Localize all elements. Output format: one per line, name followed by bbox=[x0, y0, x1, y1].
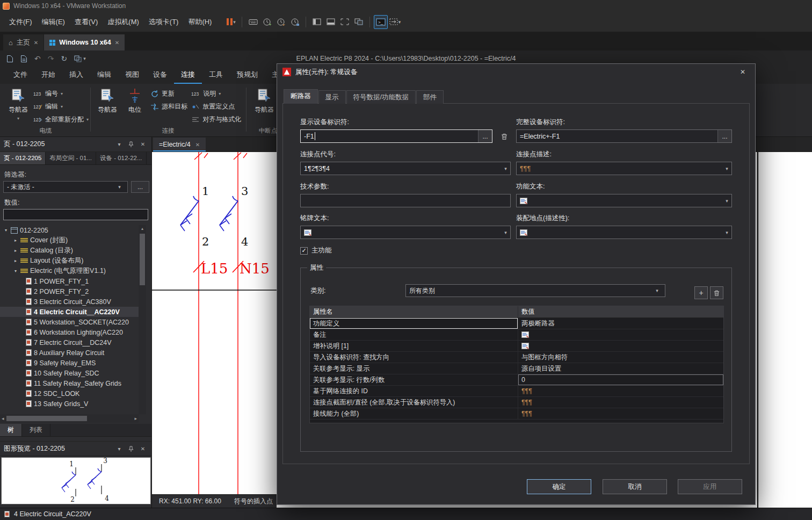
tab-vm-windows10[interactable]: Windows 10 x64 ✕ bbox=[44, 34, 125, 50]
menu-file[interactable]: 文件(F) bbox=[4, 15, 37, 30]
dropdown-arrow-icon[interactable]: ▾ bbox=[115, 184, 124, 190]
menu-help[interactable]: 帮助(H) bbox=[183, 15, 216, 30]
panel-tab-pages[interactable]: 页 - 012-2205 bbox=[0, 152, 46, 164]
console-view-button[interactable]: >_ bbox=[374, 15, 388, 29]
place-definition-point-button[interactable]: 放置定义点 bbox=[191, 102, 244, 111]
ribbon-tab-file[interactable]: 文件 bbox=[6, 66, 34, 84]
tree-item-project[interactable]: ▾ 012-2205 bbox=[0, 225, 139, 235]
filter-combo[interactable]: - 未激活 - ▾ bbox=[3, 181, 128, 193]
editor-tab-close-icon[interactable]: ✕ bbox=[195, 142, 200, 148]
filter-browse-button[interactable]: ... bbox=[131, 181, 149, 193]
scroll-right-icon[interactable]: ▸ bbox=[134, 416, 137, 421]
ok-button[interactable]: 确定 bbox=[527, 479, 591, 494]
panel-menu-icon[interactable]: ▾ bbox=[114, 141, 124, 147]
expander-icon[interactable]: ▾ bbox=[13, 269, 18, 273]
tree-item-page-13[interactable]: 13 Safety Grids_V bbox=[0, 399, 139, 409]
tab-home-close-icon[interactable]: ✕ bbox=[34, 40, 38, 46]
preview-panel-header[interactable]: 图形预览 - 012-2205 ▾ ✕ bbox=[0, 441, 151, 456]
show-library-button[interactable] bbox=[310, 15, 324, 29]
dialog-titlebar[interactable]: 属性(元件): 常规设备 bbox=[277, 64, 755, 80]
show-thumbnail-bar-button[interactable] bbox=[324, 15, 338, 29]
qat-refresh-button[interactable]: ↻ bbox=[61, 54, 67, 63]
menu-vm[interactable]: 虚拟机(M) bbox=[103, 15, 144, 30]
tree-item-page-12[interactable]: 12 SDC_LOOK bbox=[0, 388, 139, 399]
tree-horizontal-scrollbar[interactable]: ◂ ▸ bbox=[0, 414, 139, 423]
dialog-tab-parts[interactable]: 部件 bbox=[416, 90, 444, 104]
tree-item-page-4-selected[interactable]: 4 Electric Circuit__AC220V bbox=[0, 307, 139, 317]
tree-item-page-9[interactable]: 9 Safety Relay_EMS bbox=[0, 358, 139, 368]
panel-close-icon[interactable]: ✕ bbox=[138, 446, 148, 452]
unity-mode-button[interactable] bbox=[352, 15, 366, 29]
graphical-preview[interactable]: 1 3 2 4 bbox=[1, 457, 151, 504]
scroll-left-icon[interactable]: ◂ bbox=[2, 416, 4, 421]
tree-item-layout[interactable]: ▸ Layout (设备布局) bbox=[0, 256, 139, 266]
pages-panel-header[interactable]: 页 - 012-2205 ▾ ✕ bbox=[0, 137, 151, 152]
update-button[interactable]: 更新 bbox=[150, 89, 191, 98]
tree-item-page-5[interactable]: 5 Workstation_SOCKET(AC220 bbox=[0, 317, 139, 327]
tree-item-page-10[interactable]: 10 Safety Relay_SDC bbox=[0, 368, 139, 378]
tree-item-page-1[interactable]: 1 POWER_FTY_1 bbox=[0, 276, 139, 286]
tree-item-page-6[interactable]: 6 Workstation Lighting(AC220 bbox=[0, 327, 139, 337]
expander-icon[interactable]: ▸ bbox=[13, 258, 18, 263]
cable-edit-button[interactable]: 123 编辑 ▾ bbox=[33, 102, 89, 111]
panel-pin-icon[interactable] bbox=[126, 141, 136, 147]
description-button[interactable]: 123 说明 ▾ bbox=[191, 89, 244, 98]
snapshot-manager-button[interactable] bbox=[288, 15, 302, 29]
tree-item-page-11[interactable]: 11 Safety Relay_Safety Grids bbox=[0, 378, 139, 388]
panel-menu-icon[interactable]: ▾ bbox=[114, 446, 124, 452]
ribbon-tab-connection[interactable]: 连接 bbox=[174, 66, 202, 84]
dialog-tab-symbol-data[interactable]: 符号数据/功能数据 bbox=[346, 90, 416, 104]
qat-redo-button[interactable]: ↷ bbox=[48, 54, 54, 63]
qat-layers-caret-icon[interactable]: ▾ bbox=[83, 56, 86, 61]
ribbon-tab-preplanning[interactable]: 预规划 bbox=[230, 66, 265, 84]
align-format-button[interactable]: 对齐与格式化 bbox=[191, 115, 244, 124]
menu-tabs[interactable]: 选项卡(T) bbox=[144, 15, 184, 30]
menu-view[interactable]: 查看(V) bbox=[70, 15, 103, 30]
dialog-tab-breaker[interactable]: 断路器 bbox=[284, 89, 318, 104]
tree-item-electric[interactable]: ▾ Electric (电气原理图V1.1) bbox=[0, 266, 139, 276]
dialog-close-icon[interactable]: ✕ bbox=[735, 66, 751, 78]
pause-vm-button[interactable]: ▾ bbox=[224, 15, 238, 29]
expander-icon[interactable]: ▸ bbox=[13, 238, 18, 243]
scrollbar-thumb[interactable] bbox=[140, 234, 145, 285]
scrollbar-thumb[interactable] bbox=[6, 416, 87, 421]
tab-home[interactable]: ⌂ 主页 ✕ bbox=[3, 34, 44, 50]
apply-button[interactable]: 应用 bbox=[678, 479, 742, 494]
ribbon-tab-insert[interactable]: 插入 bbox=[62, 66, 90, 84]
qat-open-button[interactable] bbox=[20, 55, 27, 63]
panel-tab-layout-space[interactable]: 布局空间 - 01... bbox=[46, 152, 96, 164]
tree-item-page-3[interactable]: 3 Electric Circuit_AC380V bbox=[0, 297, 139, 307]
panel-pin-icon[interactable] bbox=[126, 446, 136, 452]
qat-new-page-button[interactable] bbox=[6, 55, 13, 63]
tree-item-page-8[interactable]: 8 Auxiliary Relay Circuit bbox=[0, 348, 139, 358]
ribbon-tab-device[interactable]: 设备 bbox=[146, 66, 174, 84]
qat-layers-button[interactable]: ▾ bbox=[74, 55, 86, 62]
revert-snapshot-button[interactable] bbox=[274, 15, 288, 29]
ribbon-tab-view[interactable]: 视图 bbox=[118, 66, 146, 84]
tab-tree[interactable]: 树 bbox=[0, 424, 22, 436]
tab-list[interactable]: 列表 bbox=[22, 424, 50, 436]
value-input[interactable] bbox=[3, 209, 148, 220]
tree-item-page-2[interactable]: 2 POWER_FTY_2 bbox=[0, 286, 139, 297]
qat-undo-button[interactable]: ↶ bbox=[34, 54, 41, 63]
menu-edit[interactable]: 编辑(E) bbox=[37, 15, 70, 30]
expander-icon[interactable]: ▸ bbox=[13, 248, 18, 253]
scroll-up-icon[interactable]: ▴ bbox=[141, 226, 143, 231]
send-ctrl-alt-del-button[interactable] bbox=[246, 15, 260, 29]
tab-vm-close-icon[interactable]: ✕ bbox=[115, 40, 119, 46]
fit-guest-caret-icon[interactable]: ▾ bbox=[398, 19, 401, 25]
take-snapshot-button[interactable] bbox=[260, 15, 274, 29]
fit-guest-button[interactable]: ▾ bbox=[388, 15, 402, 29]
dialog-tab-display[interactable]: 显示 bbox=[318, 90, 346, 104]
tree-vertical-scrollbar[interactable]: ▴ bbox=[139, 225, 146, 414]
ribbon-tab-start[interactable]: 开始 bbox=[34, 66, 62, 84]
cable-numbering-button[interactable]: 123 编号 ▾ bbox=[33, 89, 89, 98]
panel-tab-devices[interactable]: 设备 - 012-22... bbox=[96, 152, 147, 164]
ribbon-tab-tools[interactable]: 工具 bbox=[202, 66, 230, 84]
fullscreen-button[interactable] bbox=[338, 15, 352, 29]
pause-caret-icon[interactable]: ▾ bbox=[233, 19, 236, 25]
tree-item-page-7[interactable]: 7 Electric Circuit__DC24V bbox=[0, 337, 139, 348]
expander-icon[interactable]: ▾ bbox=[3, 228, 9, 233]
panel-close-icon[interactable]: ✕ bbox=[138, 141, 148, 147]
cancel-button[interactable]: 取消 bbox=[603, 479, 667, 494]
